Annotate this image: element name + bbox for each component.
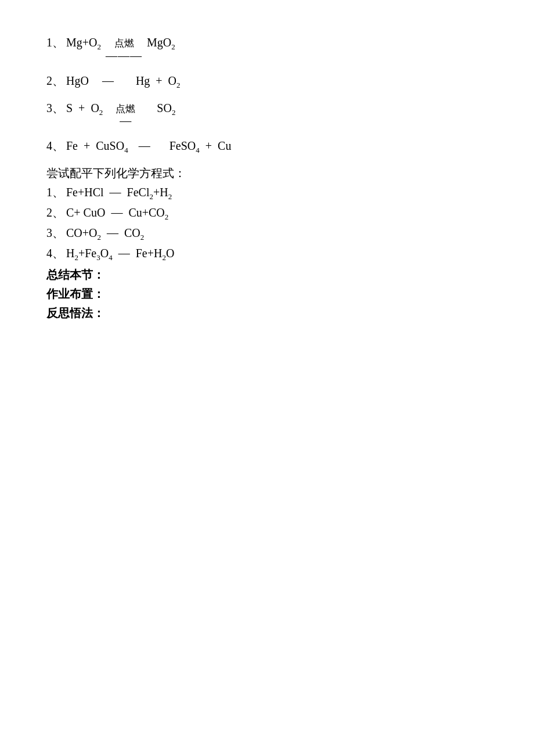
- balance-intro-line: 尝试配平下列化学方程式：: [46, 165, 488, 181]
- reaction-1-block: 1、 Mg+O2 点燃 ——— MgO2: [46, 35, 488, 63]
- balance-2: 2、 C+ CuO — Cu+CO2: [46, 205, 488, 222]
- r3-arrow: —: [120, 114, 131, 128]
- b1-formula: Fe+HCl — FeCl2+H2: [66, 186, 172, 201]
- summary-label-3: 反思悟法：: [46, 305, 104, 321]
- r1-arrow: ———: [106, 49, 142, 63]
- summary-3-line: 反思悟法：: [46, 305, 488, 321]
- r1-product: MgO2: [147, 36, 175, 52]
- b3-label: 3、: [46, 225, 64, 241]
- b2-label: 2、: [46, 205, 64, 221]
- r3-label: 3、: [46, 100, 64, 116]
- b4-formula: H2+Fe3O4 — Fe+H2O: [66, 247, 174, 262]
- reaction-3: 3、 S + O2 点燃 — SO2: [46, 100, 488, 128]
- reaction-2: 2、 HgO — Hg + O2: [46, 73, 488, 90]
- r1-label: 1、: [46, 35, 64, 51]
- summary-label-1: 总结本节：: [46, 267, 104, 283]
- r4-label: 4、: [46, 138, 64, 154]
- reaction-4: 4、 Fe + CuSO4 — FeSO4 + Cu: [46, 138, 488, 155]
- main-content: 1、 Mg+O2 点燃 ——— MgO2 2、 HgO — Hg + O2: [46, 35, 488, 321]
- balance-4: 4、 H2+Fe3O4 — Fe+H2O: [46, 246, 488, 262]
- reaction-2-block: 2、 HgO — Hg + O2: [46, 73, 488, 90]
- b4-label: 4、: [46, 246, 64, 261]
- r3-product: SO2: [157, 102, 175, 117]
- balance-intro: 尝试配平下列化学方程式：: [46, 165, 186, 181]
- r3-above-group: 点燃 —: [116, 104, 135, 128]
- r1-above-group: 点燃 ———: [106, 38, 142, 63]
- r1-formula: Mg+O2: [66, 36, 101, 52]
- r2-products: Hg + O2: [136, 74, 181, 90]
- r4-formula: Fe + CuSO4: [66, 139, 128, 155]
- reaction-1: 1、 Mg+O2 点燃 ——— MgO2: [46, 35, 488, 63]
- b3-formula: CO+O2 — CO2: [66, 226, 144, 242]
- reaction-3-block: 3、 S + O2 点燃 — SO2: [46, 100, 488, 128]
- r2-arrow: —: [102, 74, 114, 88]
- b2-formula: C+ CuO — Cu+CO2: [66, 206, 168, 222]
- r2-reactant: HgO: [66, 74, 89, 88]
- reaction-4-block: 4、 Fe + CuSO4 — FeSO4 + Cu: [46, 138, 488, 155]
- r3-formula: S + O2: [66, 102, 103, 117]
- b1-label: 1、: [46, 185, 64, 200]
- above-label-1: 点燃: [114, 38, 134, 49]
- balance-1: 1、 Fe+HCl — FeCl2+H2: [46, 185, 488, 201]
- r4-arrow: —: [139, 139, 150, 153]
- r4-product: FeSO4 + Cu: [169, 139, 232, 155]
- summary-2-line: 作业布置：: [46, 286, 488, 302]
- summary-1-line: 总结本节：: [46, 267, 488, 283]
- r2-label: 2、: [46, 73, 64, 89]
- summary-label-2: 作业布置：: [46, 286, 104, 302]
- balance-3: 3、 CO+O2 — CO2: [46, 225, 488, 242]
- above-label-3: 点燃: [116, 104, 135, 115]
